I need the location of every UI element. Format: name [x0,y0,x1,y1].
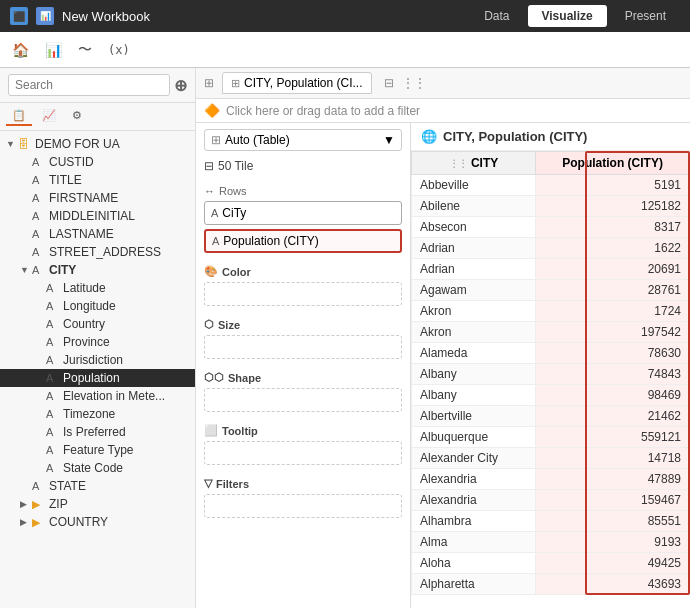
table-row: Absecon8317 [412,217,690,238]
city-cell: Adrian [412,238,536,259]
filter-icon: 🔶 [204,103,220,118]
type-icon: ▶ [32,516,46,529]
nav-bar: Data Visualize Present [470,5,680,27]
sidebar-item-featuretype[interactable]: AFeature Type [0,441,195,459]
city-cell: Aloha [412,553,536,574]
tree-label: Population [63,371,120,385]
tooltip-icon: ⬜ [204,424,218,437]
tree-label: CUSTID [49,155,94,169]
sidebar-item-province[interactable]: AProvince [0,333,195,351]
sidebar-item-country[interactable]: ACountry [0,315,195,333]
table-row: Albertville21462 [412,406,690,427]
type-icon: A [46,354,60,366]
search-input[interactable] [8,74,170,96]
table-row: Alexandria47889 [412,469,690,490]
table-row: Adrian1622 [412,238,690,259]
tree-label: DEMO FOR UA [35,137,120,151]
tab-extra[interactable]: ⚙ [66,107,88,126]
population-cell: 49425 [536,553,690,574]
sidebar-item-jurisdiction[interactable]: AJurisdiction [0,351,195,369]
type-icon: A [32,156,46,168]
sheet-tab[interactable]: ⊞ CITY, Population (CI... [222,72,372,94]
a-icon: A [211,207,218,219]
sidebar-item-country_top[interactable]: ▶▶COUNTRY [0,513,195,531]
sidebar-item-demo[interactable]: ▼🗄DEMO FOR UA [0,135,195,153]
sidebar-item-state[interactable]: ASTATE [0,477,195,495]
population-row-field[interactable]: A Population (CITY) [204,229,402,253]
color-drop-zone[interactable] [204,282,402,306]
table-row: Alhambra85551 [412,511,690,532]
tooltip-drop-zone[interactable] [204,441,402,465]
type-icon: A [46,336,60,348]
nav-present[interactable]: Present [611,5,680,27]
sidebar-item-lastname[interactable]: ALASTNAME [0,225,195,243]
population-cell: 14718 [536,448,690,469]
city-row-field[interactable]: A CiTy [204,201,402,225]
data-panel: 🌐 CITY, Population (CITY) ⋮⋮ CITY [411,123,690,608]
size-label: ⬡ Size [204,318,402,331]
table-row: Alameda78630 [412,343,690,364]
type-icon: A [32,246,46,258]
shape-drop-zone[interactable] [204,388,402,412]
city-cell: Alpharetta [412,574,536,595]
table-icon: ⊞ [211,133,221,147]
tab-data[interactable]: 📋 [6,107,32,126]
size-drop-zone[interactable] [204,335,402,359]
sidebar-search-container: ⊕ [0,68,195,103]
sidebar-item-city[interactable]: ▼ACITY [0,261,195,279]
tree-label: MIDDLEINITIAL [49,209,135,223]
tree-label: LASTNAME [49,227,114,241]
viz-select[interactable]: ⊞ Auto (Table) ▼ [204,129,402,151]
population-cell: 21462 [536,406,690,427]
expand-icon: ▼ [20,265,32,275]
city-cell: Abbeville [412,175,536,196]
sidebar-item-street_address[interactable]: ASTREET_ADDRESS [0,243,195,261]
drag-handle: ⋮⋮ [449,158,467,169]
sidebar-item-firstname[interactable]: AFIRSTNAME [0,189,195,207]
population-cell: 8317 [536,217,690,238]
data-table: ⋮⋮ CITY Population (CITY) [411,151,690,595]
tree-label: COUNTRY [49,515,108,529]
rows-section: ↔ Rows A CiTy A Population (CITY) [204,181,402,253]
sidebar-tabs: 📋 📈 ⚙ [0,103,195,131]
viz-select-label: Auto (Table) [225,133,290,147]
curve-icon[interactable]: 〜 [74,37,96,63]
tab-analytics[interactable]: 📈 [36,107,62,126]
color-icon: 🎨 [204,265,218,278]
sidebar-item-statecode[interactable]: AState Code [0,459,195,477]
tree-label: STATE [49,479,86,493]
sidebar-item-title[interactable]: ATITLE [0,171,195,189]
bar-chart-icon[interactable]: 📊 [41,38,66,62]
tree-label: STREET_ADDRESS [49,245,161,259]
size-section: ⬡ Size [204,314,402,359]
table-row: Aloha49425 [412,553,690,574]
table-row: Alexander City14718 [412,448,690,469]
city-cell: Albuquerque [412,427,536,448]
nav-data[interactable]: Data [470,5,523,27]
sidebar-item-custid[interactable]: ACUSTID [0,153,195,171]
filter-bar[interactable]: 🔶 Click here or drag data to add a filte… [196,99,690,123]
sidebar-item-middleinitial[interactable]: AMIDDLEINITIAL [0,207,195,225]
table-row: Akron197542 [412,322,690,343]
type-icon: 🗄 [18,138,32,150]
sidebar-item-latitude[interactable]: ALatitude [0,279,195,297]
sidebar-item-timezone[interactable]: ATimezone [0,405,195,423]
sidebar-item-longitude[interactable]: ALongitude [0,297,195,315]
function-icon[interactable]: (x) [104,39,134,61]
tree-label: Feature Type [63,443,134,457]
add-datasource-button[interactable]: ⊕ [174,76,187,95]
sidebar-item-ispreferred[interactable]: AIs Preferred [0,423,195,441]
filters-label: ▽ Filters [204,477,402,490]
table-row: Alexandria159467 [412,490,690,511]
toolbar: 🏠 📊 〜 (x) [0,32,690,68]
shape-section: ⬡⬡ Shape [204,367,402,412]
sidebar-item-population[interactable]: APopulation [0,369,195,387]
chevron-down-icon: ▼ [383,133,395,147]
sidebar-item-zip[interactable]: ▶▶ZIP [0,495,195,513]
filters-drop-zone[interactable] [204,494,402,518]
sidebar-item-elevation[interactable]: AElevation in Mete... [0,387,195,405]
type-icon: A [46,372,60,384]
nav-visualize[interactable]: Visualize [528,5,607,27]
home-icon[interactable]: 🏠 [8,38,33,62]
type-icon: A [32,192,46,204]
